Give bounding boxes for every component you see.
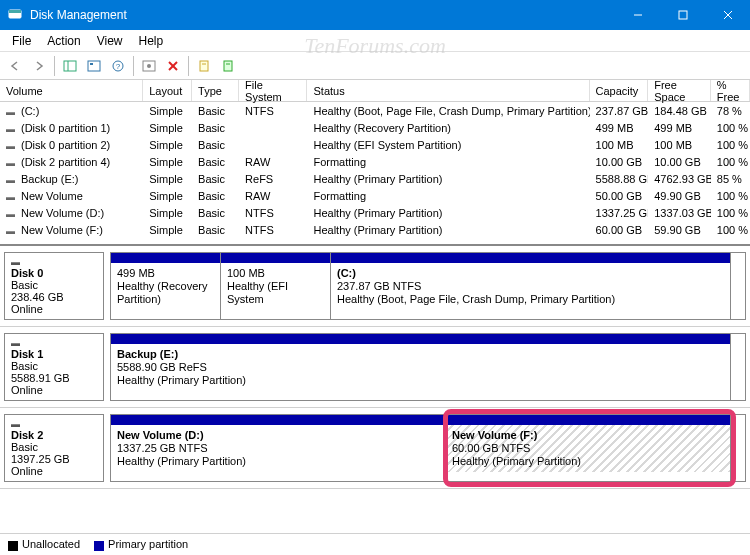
partition[interactable]: 100 MBHealthy (EFI System (221, 253, 331, 319)
drive-icon: ▬ (6, 192, 18, 202)
drive-icon: ▬ (6, 124, 18, 134)
disk-label[interactable]: ▬Disk 2Basic1397.25 GBOnline (4, 414, 104, 482)
partition[interactable]: Backup (E:)5588.90 GB ReFSHealthy (Prima… (111, 334, 731, 400)
back-button[interactable] (4, 55, 26, 77)
table-row[interactable]: ▬New Volume SimpleBasic RAWFormatting 50… (0, 187, 750, 204)
disk-partitions: New Volume (D:)1337.25 GB NTFSHealthy (P… (110, 414, 746, 482)
legend-primary: Primary partition (108, 538, 188, 550)
menu-help[interactable]: Help (131, 32, 172, 50)
disk-row: ▬Disk 0Basic238.46 GBOnline499 MBHealthy… (0, 246, 750, 327)
partition[interactable]: New Volume (F:)60.00 GB NTFSHealthy (Pri… (446, 415, 731, 481)
delete-icon[interactable] (162, 55, 184, 77)
disk-partitions: Backup (E:)5588.90 GB ReFSHealthy (Prima… (110, 333, 746, 401)
properties-button[interactable] (193, 55, 215, 77)
menu-action[interactable]: Action (39, 32, 88, 50)
action-button[interactable] (217, 55, 239, 77)
disk-row: ▬Disk 1Basic5588.91 GBOnlineBackup (E:)5… (0, 327, 750, 408)
disk-icon: ▬ (11, 419, 97, 429)
table-row[interactable]: ▬(Disk 0 partition 1) SimpleBasic Health… (0, 119, 750, 136)
partition[interactable]: (C:)237.87 GB NTFSHealthy (Boot, Page Fi… (331, 253, 731, 319)
svg-rect-8 (88, 61, 100, 71)
drive-icon: ▬ (6, 158, 18, 168)
refresh-button[interactable] (83, 55, 105, 77)
settings-button[interactable] (138, 55, 160, 77)
table-row[interactable]: ▬New Volume (D:) SimpleBasic NTFSHealthy… (0, 204, 750, 221)
table-row[interactable]: ▬(Disk 0 partition 2) SimpleBasic Health… (0, 136, 750, 153)
col-filesystem[interactable]: File System (239, 80, 307, 101)
app-icon (8, 7, 22, 24)
drive-icon: ▬ (6, 175, 18, 185)
col-pctfree[interactable]: % Free (711, 80, 750, 101)
minimize-button[interactable] (615, 0, 660, 30)
col-capacity[interactable]: Capacity (590, 80, 649, 101)
svg-rect-1 (9, 10, 21, 13)
maximize-button[interactable] (660, 0, 705, 30)
help-button[interactable]: ? (107, 55, 129, 77)
table-row[interactable]: ▬New Volume (F:) SimpleBasic NTFSHealthy… (0, 221, 750, 238)
svg-rect-3 (679, 11, 687, 19)
table-row[interactable]: ▬Backup (E:) SimpleBasic ReFSHealthy (Pr… (0, 170, 750, 187)
legend: Unallocated Primary partition (0, 533, 750, 555)
forward-button[interactable] (28, 55, 50, 77)
col-volume[interactable]: Volume (0, 80, 143, 101)
volume-list: ▬(C:) SimpleBasic NTFSHealthy (Boot, Pag… (0, 102, 750, 238)
table-row[interactable]: ▬(Disk 2 partition 4) SimpleBasic RAWFor… (0, 153, 750, 170)
disk-label[interactable]: ▬Disk 1Basic5588.91 GBOnline (4, 333, 104, 401)
table-row[interactable]: ▬(C:) SimpleBasic NTFSHealthy (Boot, Pag… (0, 102, 750, 119)
disk-label[interactable]: ▬Disk 0Basic238.46 GBOnline (4, 252, 104, 320)
volume-list-header: Volume Layout Type File System Status Ca… (0, 80, 750, 102)
svg-text:?: ? (116, 62, 121, 71)
disk-icon: ▬ (11, 338, 97, 348)
col-status[interactable]: Status (307, 80, 589, 101)
show-hide-tree-button[interactable] (59, 55, 81, 77)
drive-icon: ▬ (6, 209, 18, 219)
primary-swatch (94, 541, 104, 551)
menu-file[interactable]: File (4, 32, 39, 50)
col-type[interactable]: Type (192, 80, 239, 101)
svg-rect-18 (224, 61, 232, 71)
drive-icon: ▬ (6, 226, 18, 236)
svg-rect-6 (64, 61, 76, 71)
unallocated-swatch (8, 541, 18, 551)
window-title: Disk Management (30, 8, 615, 22)
toolbar: ? (0, 52, 750, 80)
svg-rect-16 (200, 61, 208, 71)
col-layout[interactable]: Layout (143, 80, 192, 101)
partition[interactable]: 499 MBHealthy (Recovery Partition) (111, 253, 221, 319)
partition[interactable]: New Volume (D:)1337.25 GB NTFSHealthy (P… (111, 415, 446, 481)
disk-row: ▬Disk 2Basic1397.25 GBOnlineNew Volume (… (0, 408, 750, 489)
svg-rect-9 (90, 63, 93, 65)
disk-partitions: 499 MBHealthy (Recovery Partition)100 MB… (110, 252, 746, 320)
titlebar: Disk Management (0, 0, 750, 30)
col-freespace[interactable]: Free Space (648, 80, 711, 101)
drive-icon: ▬ (6, 141, 18, 151)
menubar: File Action View Help (0, 30, 750, 52)
svg-point-13 (147, 64, 151, 68)
disk-graphical-view: ▬Disk 0Basic238.46 GBOnline499 MBHealthy… (0, 244, 750, 489)
legend-unallocated: Unallocated (22, 538, 80, 550)
menu-view[interactable]: View (89, 32, 131, 50)
close-button[interactable] (705, 0, 750, 30)
drive-icon: ▬ (6, 107, 18, 117)
disk-icon: ▬ (11, 257, 97, 267)
